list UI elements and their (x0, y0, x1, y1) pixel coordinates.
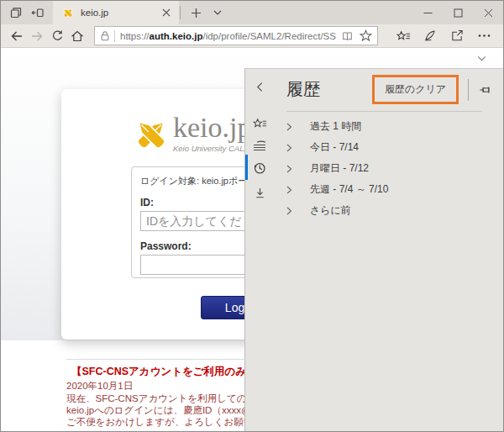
keio-favicon-icon (62, 7, 74, 18)
web-note-pen-icon[interactable] (417, 26, 444, 46)
home-icon[interactable] (67, 26, 87, 46)
history-group-past-hour[interactable]: 過去 1 時間 (273, 116, 504, 137)
url-host: auth.keio.jp (150, 31, 203, 41)
chevron-right-icon (285, 165, 293, 173)
keio-crossed-pens-icon (133, 113, 170, 154)
clear-history-button[interactable]: 履歴のクリア (375, 77, 456, 102)
chevron-right-icon (285, 207, 293, 215)
history-group-today[interactable]: 今日 - 7/14 (273, 137, 504, 158)
downloads-icon[interactable] (252, 186, 267, 201)
url-path: /idp/profile/SAML2/Redirect/SSO? (202, 31, 336, 41)
notice-date: 2020年10月1日 (66, 380, 133, 392)
tab-keio[interactable]: keio.jp (53, 1, 179, 24)
navigation-bar: https://auth.keio.jp/idp/profile/SAML2/R… (1, 24, 503, 48)
logo-subtitle: Keio University CALAM (173, 144, 256, 153)
refresh-icon[interactable] (47, 26, 67, 46)
tab-preview-icon[interactable] (8, 6, 23, 20)
tab-title: keio.jp (81, 8, 160, 18)
history-group-list: 過去 1 時間 今日 - 7/14 月曜日 - 7/12 (273, 112, 504, 221)
url-protocol: https:// (120, 31, 150, 41)
back-icon[interactable] (7, 26, 27, 46)
active-tab-indicator (245, 155, 248, 180)
notice-line: keio.jpへのログインには、慶應ID（xxxx@keio (66, 404, 269, 417)
notice-line: 現在、SFC-CNSアカウントを利用してのkeio.jp (66, 392, 275, 405)
collapse-panel-chevron-icon[interactable] (252, 79, 267, 94)
keio-logo: keio.jp Keio University CALAM (133, 113, 256, 154)
window-controls (412, 1, 503, 24)
history-panel: 履歴 履歴のクリア (244, 68, 504, 432)
history-group-older[interactable]: さらに前 (273, 200, 504, 221)
logo-title: keio.jp (173, 113, 256, 142)
history-group-last-week[interactable]: 先週 - 7/4 ～ 7/10 (273, 179, 504, 200)
tab-separator (180, 6, 181, 19)
history-group-monday[interactable]: 月曜日 - 7/12 (273, 158, 504, 179)
lock-icon (99, 30, 111, 42)
new-tab-icon[interactable] (189, 6, 202, 19)
tab-bar: keio.jp (1, 1, 503, 24)
favorite-star-icon[interactable] (358, 29, 373, 43)
chevron-right-icon (285, 144, 293, 152)
chevron-right-icon (285, 186, 293, 194)
hub-icon[interactable] (390, 26, 417, 46)
favorites-icon[interactable] (252, 115, 267, 130)
set-aside-tabs-icon[interactable] (30, 6, 45, 20)
scroll-down-chevron-icon[interactable] (474, 50, 489, 66)
more-options-icon[interactable] (470, 26, 497, 46)
history-panel-content: 履歴 履歴のクリア (273, 69, 504, 432)
forward-icon[interactable] (27, 26, 47, 46)
reading-list-icon[interactable] (252, 139, 267, 154)
header-separator (468, 79, 469, 101)
panel-title: 履歴 (286, 78, 320, 101)
tab-close-icon[interactable] (160, 7, 172, 19)
chevron-right-icon (285, 123, 293, 131)
share-icon[interactable] (444, 26, 470, 46)
url-separator (114, 30, 115, 42)
browser-window: keio.jp (0, 0, 504, 432)
close-icon[interactable] (473, 1, 503, 24)
notice-heading: 【SFC-CNSアカウントをご利用のみなさ (71, 365, 268, 379)
address-bar[interactable]: https://auth.keio.jp/idp/profile/SAML2/R… (94, 26, 378, 45)
maximize-icon[interactable] (443, 1, 473, 24)
minimize-icon[interactable] (412, 1, 443, 24)
history-header: 履歴 履歴のクリア (273, 69, 504, 110)
tab-list-chevron-icon[interactable] (211, 6, 224, 19)
hub-icon-strip (245, 69, 273, 432)
annotation-highlight-box: 履歴のクリア (372, 75, 459, 104)
pin-panel-icon[interactable] (478, 82, 493, 97)
url-text: https://auth.keio.jp/idp/profile/SAML2/R… (120, 31, 336, 41)
history-icon[interactable] (252, 161, 267, 176)
reading-view-icon[interactable] (339, 29, 354, 43)
toolbar-right (390, 26, 497, 46)
